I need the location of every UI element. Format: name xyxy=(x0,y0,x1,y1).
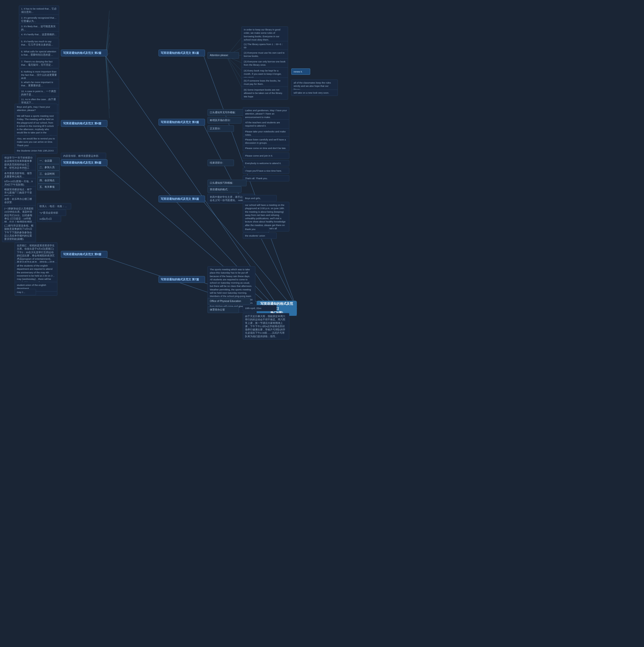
fan2-phrase4: 4. It's hardly that… 这是很难的… xyxy=(19,31,59,38)
fan3-welcome: Everybody is welcome to attend it. xyxy=(243,160,289,166)
fan6-date: xx拟x月x日 xyxy=(37,216,61,222)
fan4-remind: Also, we would like to remind you to mak… xyxy=(15,135,57,148)
branch-fan4-title: 写英语通知的格式及范文 第4篇 xyxy=(61,120,107,127)
fan5-students-union: the students' union xyxy=(243,232,277,239)
fan6-matters-label: 五、有关事项 xyxy=(37,184,60,190)
svg-line-22 xyxy=(106,56,109,73)
fan3-come-join: Please come and join in it. xyxy=(243,152,289,159)
fan3-hope-nice: I hope you'll have a nice time here. xyxy=(243,167,289,174)
fan3-tips: 口头通知技巧和模板: xyxy=(208,180,247,186)
fan7-office-pe: Office of Physical Education xyxy=(208,298,250,304)
fan6-time-label: 三、会议时间 xyxy=(37,170,60,177)
fan3-ladies-gents: Ladies and gentlemen, May I have your at… xyxy=(243,107,289,120)
svg-line-27 xyxy=(106,56,109,118)
fan4-boys-girls: Boys and girls, may I have your attentio… xyxy=(15,104,57,114)
fan6-dept-header: 内容音传部、粮书党委委运奔部. xyxy=(61,153,106,159)
svg-line-24 xyxy=(106,56,109,92)
svg-line-25 xyxy=(106,56,109,100)
fan3-all-required: All the teachers and students are requir… xyxy=(243,119,289,129)
fan6-matters2: (二)请与市议室连各组。根据收意直整参到了9月5日下午下下面的参加参加会议人员名… xyxy=(2,222,36,242)
fan3-closing: 结束语部分: xyxy=(208,159,234,166)
fan2-phrase9: 9. what's far more important is that… 更重… xyxy=(19,79,59,89)
fan1-new-look: will take on a new look very soon. xyxy=(291,90,338,96)
fan2-phrase6: 6. What calls for special attention is t… xyxy=(19,48,59,58)
svg-line-23 xyxy=(106,56,109,83)
fan6-attendees-label: 二、参加人员 xyxy=(37,164,60,170)
svg-line-26 xyxy=(106,56,109,109)
fan2-phrase2: 2. It's generally recognized that… 它普遍认为… xyxy=(19,15,59,24)
fan3-oral-template: 口头通知常见写作模板: xyxy=(208,109,247,116)
fan5-boys-girls: Boys and girls, xyxy=(243,195,277,201)
fan1-rule6: (6) Some important books are not allowed… xyxy=(242,87,288,100)
branch-fan1-title: 写英语通知的格式及范文 第1篇 xyxy=(158,50,205,56)
connection-lines xyxy=(0,0,644,647)
branch-fan3-title: 写英语通知的格式及范文 第3篇 xyxy=(158,119,205,126)
fan8-date: may 1， xyxy=(15,289,36,295)
fan3-opening: 称谓及开场白部分: xyxy=(208,117,242,124)
branch-fan8-title: 写英语通知的格式及范文 第8篇 xyxy=(61,251,107,258)
fan6-venue-label: 四、会议地点 xyxy=(37,177,60,184)
branch-fan2-title: 写英语通知的格式及范文 第2篇 xyxy=(61,50,107,56)
svg-line-15 xyxy=(106,11,109,56)
branch-fan5-title: 写英语通知的格式及范文 第5篇 xyxy=(158,196,205,202)
fan6-hall-content: 会馆：欢乐率办公楼三楼会议室. xyxy=(2,196,36,206)
fan3-listen: Please listen carefully and we'll have a… xyxy=(243,136,289,146)
fan5-format-label: 英语通知的格式: xyxy=(208,186,242,193)
fan2-phrase7: 7. There's no denying the fact that… 毫无疑… xyxy=(19,58,59,68)
mindmap-container: 写英语通知的格式及范文( 热门8篇) 写英语通知的格式及范文 第1篇 Atten… xyxy=(0,0,644,647)
fan3-on-time: Please come on time and don't be late. xyxy=(243,145,289,151)
fan1-rule3: (3) Everyone can only borrow one book fr… xyxy=(242,58,288,68)
fan7-chinese-content: 由于天近日暴大雨，我校原定本周六举行的的运动会不得不推迟。周六照常上课，第一节课… xyxy=(243,313,289,340)
fan1-renew: renew it. xyxy=(291,68,310,75)
fan7-sports-office-cn: 体育管办公室 xyxy=(208,306,239,313)
fan1-rule5: (5) If someone loses the books, he must … xyxy=(242,77,288,87)
fan1-attention: Attention please: xyxy=(208,52,239,59)
fan5-thank-you: thank you xyxy=(243,226,269,232)
svg-line-21 xyxy=(106,56,109,63)
fan1-rule2: (2) Everyone must use his own card to bo… xyxy=(242,50,288,59)
fan1-rule1: (1) The library opens from 1：00~5：00 xyxy=(242,41,288,51)
fan7-date: 10th April, 20xx xyxy=(243,305,277,311)
fan2-phrase5: 5. It's hardly too much to say that… 它几乎… xyxy=(19,38,59,48)
fan1-library-intro: In order to keep our library in good ord… xyxy=(242,26,288,43)
fan3-thats-all: That's all. Thank you. xyxy=(243,175,289,182)
branch-fan6-title: 写英语通知的格式及范文 第6篇 xyxy=(61,159,107,166)
fan6-topic-label: 一、会议题 xyxy=(37,157,60,164)
branch-fan7-title: 写英语通知的格式及范文 第7篇 xyxy=(158,276,205,283)
fan6-committee: ^y^委员会室传部 xyxy=(37,210,66,216)
fan4-students-union: the Students Union Feb 13th,20XX xyxy=(15,147,57,154)
fan6-contact: 联系人：电话：传真：… xyxy=(37,203,71,209)
fan3-body: 正文部分: xyxy=(208,125,234,132)
fan2-phrase1: 1. It has to be noticed that… 它必须注意到… xyxy=(19,6,59,15)
